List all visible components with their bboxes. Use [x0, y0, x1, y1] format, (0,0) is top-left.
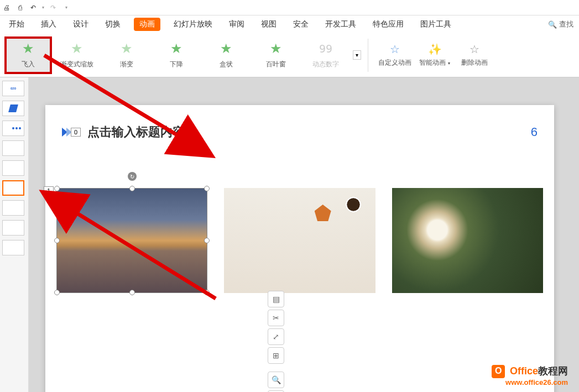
watermark-brand: Office [510, 365, 538, 377]
layers-button[interactable]: ▤ [268, 291, 284, 307]
watermark-logo-icon [492, 365, 505, 378]
more-dropdown-icon[interactable]: ▾ [65, 5, 67, 10]
star-icon: ★ [170, 41, 182, 56]
menu-devtools[interactable]: 开发工具 [322, 17, 359, 32]
resize-handle[interactable] [129, 186, 135, 191]
anim-label: 百叶窗 [266, 60, 286, 69]
resize-handle[interactable] [204, 290, 210, 295]
separator [368, 39, 368, 72]
btn-label: 自定义动画 [378, 58, 411, 67]
floating-image-toolbar: ▤ ✂ ⤢ ⊞ 🔍 ▣ ⎘ [268, 291, 284, 392]
search-area[interactable]: 🔍 查找 [548, 19, 573, 29]
anim-fade-zoom[interactable]: ★ 渐变式缩放 [52, 36, 102, 74]
thumbnail[interactable] [2, 240, 24, 255]
watermark: Office教程网 www.office26.com [492, 364, 568, 386]
menu-design[interactable]: 设计 [70, 17, 92, 32]
layers-icon: ▤ [273, 295, 280, 304]
btn-label: 删除动画 [461, 58, 488, 67]
slide-number: 6 [531, 125, 538, 139]
menu-animation[interactable]: 动画 [134, 18, 160, 31]
crop-button[interactable]: ✂ [268, 310, 284, 326]
smart-animation-button[interactable]: ✨ 智能动画 ▾ [415, 36, 455, 74]
menu-slideshow[interactable]: 幻灯片放映 [170, 17, 216, 32]
thumbnail[interactable]: 020 [2, 81, 24, 96]
expand-icon: ⤢ [273, 332, 279, 341]
menu-special[interactable]: 特色应用 [369, 17, 407, 32]
menu-transition[interactable]: 切换 [102, 17, 124, 32]
animation-ribbon: ★ 飞入 ★ 渐变式缩放 ★ 渐变 ★ 下降 ★ 盒状 ★ 百叶窗 99 动态数… [0, 33, 579, 77]
thumbnail[interactable] [2, 200, 24, 216]
star-icon: ★ [220, 41, 232, 56]
thumbnail[interactable] [2, 121, 24, 136]
slide-thumbnails-panel[interactable]: 020 [0, 77, 29, 392]
menu-review[interactable]: 审阅 [226, 17, 248, 32]
anim-label: 渐变 [120, 60, 133, 69]
anim-label: 下降 [170, 60, 183, 69]
animation-gallery: ★ 飞入 ★ 渐变式缩放 ★ 渐变 ★ 下降 ★ 盒状 ★ 百叶窗 99 动态数… [4, 33, 361, 77]
menu-bar: 开始 插入 设计 切换 动画 幻灯片放映 审阅 视图 安全 开发工具 特色应用 … [0, 15, 579, 33]
slide: 0 点击输入标题内容 6 1 ↻ [45, 105, 554, 392]
selected-image-sunset[interactable]: 1 ↻ [56, 188, 207, 293]
slide-canvas[interactable]: 0 点击输入标题内容 6 1 ↻ [29, 77, 579, 392]
star-wand-icon: ✨ [428, 43, 442, 56]
star-icon: ★ [22, 41, 34, 56]
anim-blinds[interactable]: ★ 百叶窗 [251, 36, 301, 74]
thumbnail-selected[interactable] [2, 180, 24, 196]
anim-box[interactable]: ★ 盒状 [201, 36, 251, 74]
anim-fly-in[interactable]: ★ 飞入 [4, 36, 52, 74]
search-label: 查找 [559, 19, 573, 29]
grid-icon: ⊞ [273, 351, 279, 360]
thumbnail[interactable] [2, 220, 24, 236]
thumbnail[interactable] [2, 101, 24, 116]
watermark-brand-suffix: 教程网 [538, 365, 568, 377]
zoom-button[interactable]: 🔍 [268, 372, 284, 388]
undo-dropdown-icon[interactable]: ▾ [42, 5, 44, 10]
thumbnail[interactable] [2, 140, 24, 156]
star-icon: ★ [71, 41, 83, 56]
resize-handle[interactable] [204, 186, 210, 191]
star-icon: ★ [121, 41, 133, 56]
resize-handle[interactable] [54, 238, 60, 243]
star-outline-icon: ☆ [390, 43, 400, 56]
grid-button[interactable]: ⊞ [268, 347, 284, 364]
print-icon[interactable]: 🖨 [2, 3, 11, 12]
crop-icon: ✂ [273, 313, 279, 322]
menu-insert[interactable]: 插入 [38, 17, 60, 32]
chevron-bullets-icon [62, 128, 71, 137]
anim-label: 飞入 [22, 60, 35, 69]
gallery-more-icon[interactable]: ▾ [353, 50, 361, 60]
animation-order-badge[interactable]: 1 [44, 186, 54, 195]
anim-descend[interactable]: ★ 下降 [152, 36, 201, 74]
undo-icon[interactable]: ↶ [29, 3, 38, 12]
watermark-url: www.office26.com [492, 378, 568, 386]
image-cat[interactable] [392, 188, 543, 293]
slide-title-row: 0 点击输入标题内容 6 [62, 124, 538, 140]
menu-view[interactable]: 视图 [258, 17, 280, 32]
search-icon: 🔍 [548, 20, 557, 29]
image-row: 1 ↻ [56, 188, 543, 293]
resize-handle[interactable] [54, 290, 60, 295]
anim-dynamic-number[interactable]: 99 动态数字 [301, 36, 351, 74]
resize-handle[interactable] [129, 290, 135, 295]
star-icon: ★ [270, 41, 282, 56]
custom-animation-button[interactable]: ☆ 自定义动画 [375, 36, 415, 74]
star-delete-icon: ☆ [470, 43, 479, 56]
redo-icon[interactable]: ↷ [49, 3, 58, 12]
preview-icon[interactable]: ⎙ [15, 3, 24, 12]
menu-picture-tools[interactable]: 图片工具 [417, 17, 455, 32]
thumbnail[interactable] [2, 160, 24, 176]
animation-order-badge[interactable]: 0 [71, 128, 81, 137]
menu-start[interactable]: 开始 [6, 17, 28, 32]
btn-label: 智能动画 ▾ [419, 58, 450, 67]
delete-animation-button[interactable]: ☆ 删除动画 [455, 36, 494, 74]
resize-handle[interactable] [204, 238, 210, 243]
slide-title-placeholder[interactable]: 点击输入标题内容 [87, 124, 185, 140]
menu-security[interactable]: 安全 [290, 17, 312, 32]
expand-button[interactable]: ⤢ [268, 328, 284, 345]
image-desk[interactable] [224, 188, 375, 293]
workspace: 020 0 点击输入标题内容 6 1 ↻ [0, 77, 579, 392]
rotate-handle-icon[interactable]: ↻ [128, 172, 137, 181]
resize-handle[interactable] [54, 186, 60, 191]
anim-fade[interactable]: ★ 渐变 [102, 36, 152, 74]
anim-label: 动态数字 [312, 60, 339, 69]
